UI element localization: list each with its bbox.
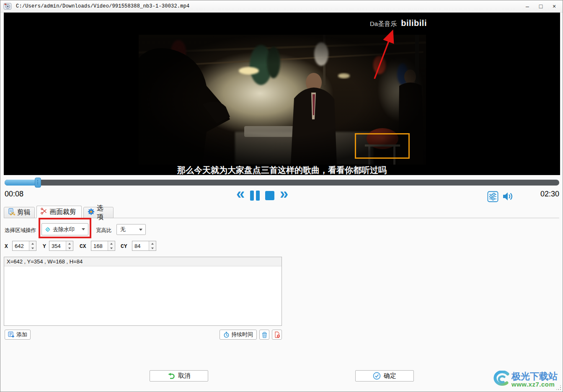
pause-bar: [250, 191, 254, 201]
spin-up-button[interactable]: [149, 241, 156, 246]
spinner-buttons: [149, 241, 156, 250]
duration-label: 持续时间: [231, 331, 253, 338]
spin-down-button[interactable]: [29, 246, 36, 250]
ok-label: 确定: [384, 372, 396, 380]
clear-all-button[interactable]: [272, 330, 282, 340]
coord-cx-input[interactable]: [91, 241, 108, 250]
spinner-buttons: [66, 241, 73, 250]
coord-x-input[interactable]: [13, 241, 29, 250]
check-circle-icon: [373, 372, 381, 380]
window-controls: – □ ×: [521, 0, 561, 12]
cancel-label: 取消: [178, 372, 191, 380]
app-window: C:/Users/admin/Downloads/Video/991558388…: [0, 0, 563, 392]
chevron-down-icon: [139, 229, 142, 231]
coord-cx-spinner: [91, 241, 115, 251]
remove-file-icon: [274, 331, 280, 338]
pause-button[interactable]: [250, 191, 260, 201]
add-region-button[interactable]: 添加: [5, 330, 31, 340]
crop-scissors-icon: [41, 208, 47, 216]
chevron-down-icon: [82, 228, 85, 230]
aspect-value: 无: [120, 226, 126, 233]
current-time: 00:08: [5, 190, 23, 199]
duration-button[interactable]: 持续时间: [220, 330, 257, 340]
tab-options[interactable]: 选项: [83, 207, 114, 218]
gear-icon: [88, 208, 95, 217]
site-branding: 极光下载站 www.xz7.com: [491, 371, 558, 388]
resize-grip[interactable]: [556, 385, 561, 390]
coord-x-spinner: [12, 241, 36, 251]
tab-clip[interactable]: 剪辑: [4, 207, 35, 218]
stopwatch-icon: [223, 332, 230, 338]
swirl-logo-icon: [491, 371, 510, 388]
region-op-value: 去除水印: [53, 226, 75, 233]
title-bar: C:/Users/admin/Downloads/Video/991558388…: [0, 0, 563, 13]
add-list-icon: [8, 331, 15, 338]
coord-cy-input[interactable]: [132, 241, 149, 250]
equalizer-icon[interactable]: [487, 191, 498, 202]
site-name: 极光下载站: [511, 371, 558, 381]
spin-down-button[interactable]: [149, 246, 156, 250]
spin-up-button[interactable]: [66, 241, 73, 246]
region-op-label: 选择区域操作: [5, 227, 36, 234]
clip-icon: [8, 208, 15, 217]
video-player: Da圣音乐 bilibili 那么今天就为大家盘点三首这样的歌曲，看看你都听过吗: [4, 13, 560, 175]
volume-icon[interactable]: [502, 191, 514, 202]
rewind-button[interactable]: «: [236, 188, 245, 200]
delete-region-button[interactable]: [259, 330, 269, 340]
coord-x-label: X: [5, 243, 8, 250]
coord-y-input[interactable]: [49, 241, 66, 250]
coord-cy-label: CY: [121, 243, 127, 250]
add-label: 添加: [16, 331, 27, 338]
region-list: X=642 , Y=354 , W=168 , H=84: [4, 257, 282, 326]
seek-bar[interactable]: [5, 180, 559, 186]
spin-down-button[interactable]: [108, 246, 115, 250]
seek-thumb[interactable]: [35, 178, 41, 188]
undo-arrow-icon: [167, 373, 175, 379]
tab-label: 剪辑: [17, 208, 31, 217]
app-icon: [3, 2, 12, 10]
aspect-select[interactable]: 无: [116, 224, 146, 235]
list-item[interactable]: X=642 , Y=354 , W=168 , H=84: [4, 257, 282, 266]
watermark-text: Da圣音乐: [370, 20, 397, 28]
aspect-label: 宽高比: [96, 227, 112, 234]
spinner-buttons: [108, 241, 115, 250]
coord-cx-label: CX: [80, 243, 86, 250]
playback-controls: « »: [236, 189, 288, 202]
eraser-icon: [44, 226, 51, 233]
spinner-buttons: [29, 241, 36, 250]
spin-down-button[interactable]: [66, 246, 73, 250]
trash-icon: [261, 331, 268, 338]
video-subtitle: 那么今天就为大家盘点三首这样的歌曲，看看你都听过吗: [4, 165, 560, 176]
region-op-select[interactable]: 去除水印: [41, 223, 88, 235]
minimize-button[interactable]: –: [521, 0, 534, 12]
tab-label: 画面裁剪: [49, 208, 76, 217]
coord-cy-spinner: [132, 241, 156, 251]
ok-button[interactable]: 确定: [355, 370, 414, 382]
window-title: C:/Users/admin/Downloads/Video/991558388…: [16, 3, 189, 9]
maximize-button[interactable]: □: [534, 0, 548, 12]
coord-y-spinner: [49, 241, 73, 251]
tab-label: 选项: [97, 204, 109, 222]
watermark-selection-box[interactable]: [355, 133, 410, 159]
stop-button[interactable]: [265, 191, 274, 200]
site-url: www.xz7.com: [511, 381, 558, 388]
cancel-button[interactable]: 取消: [150, 370, 208, 382]
bilibili-logo: bilibili: [401, 18, 427, 28]
tab-crop[interactable]: 画面裁剪: [36, 206, 82, 218]
spin-up-button[interactable]: [29, 241, 36, 246]
coord-y-label: Y: [43, 243, 46, 250]
total-time: 02:30: [540, 190, 559, 199]
pause-bar: [256, 191, 260, 201]
video-watermark: Da圣音乐 bilibili: [370, 18, 427, 28]
spin-up-button[interactable]: [108, 241, 115, 246]
forward-button[interactable]: »: [280, 188, 288, 200]
close-button[interactable]: ×: [548, 0, 561, 12]
